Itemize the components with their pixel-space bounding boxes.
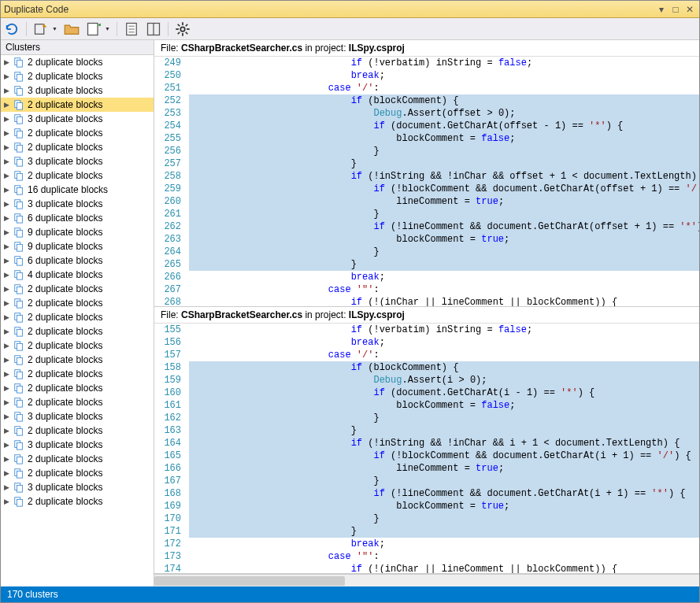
code-line[interactable]: 159 Debug.Assert(i > 0); [154, 374, 699, 387]
expand-icon[interactable]: ▶ [4, 285, 12, 293]
close-icon[interactable]: ✕ [683, 4, 696, 15]
code-line[interactable]: 259 if (!blockComment && document.GetCha… [154, 183, 699, 195]
cluster-item[interactable]: ▶2 duplicate blocks [1, 367, 154, 381]
maximize-icon[interactable]: □ [669, 4, 682, 15]
cluster-item[interactable]: ▶16 duplicate blocks [1, 183, 154, 197]
code-line[interactable]: 254 if (document.GetCharAt(offset - 1) =… [154, 120, 699, 132]
expand-icon[interactable]: ▶ [4, 242, 12, 250]
expand-icon[interactable]: ▶ [4, 299, 12, 307]
expand-icon[interactable]: ▶ [4, 87, 12, 94]
expand-icon[interactable]: ▶ [4, 257, 12, 265]
code-line[interactable]: 155 if (!verbatim) inString = false; [154, 324, 699, 336]
code-body-bottom[interactable]: 155 if (!verbatim) inString = false;156 … [154, 324, 699, 573]
cluster-item[interactable]: ▶2 duplicate blocks [1, 296, 154, 310]
code-line[interactable]: 167 } [154, 475, 699, 487]
cluster-item[interactable]: ▶6 duplicate blocks [1, 211, 154, 225]
expand-icon[interactable]: ▶ [4, 427, 12, 435]
expand-icon[interactable]: ▶ [4, 101, 12, 109]
expand-icon[interactable]: ▶ [4, 313, 12, 321]
expand-icon[interactable]: ▶ [4, 72, 12, 80]
expand-icon[interactable]: ▶ [4, 342, 12, 350]
code-line[interactable]: 263 blockComment = true; [154, 233, 699, 246]
code-line[interactable]: 170 } [154, 512, 699, 525]
cluster-item[interactable]: ▶2 duplicate blocks [1, 381, 154, 395]
code-line[interactable]: 162 } [154, 412, 699, 424]
cluster-item[interactable]: ▶3 duplicate blocks [1, 83, 154, 98]
code-line[interactable]: 157 case '/': [154, 349, 699, 361]
expand-icon[interactable]: ▶ [4, 327, 12, 335]
code-line[interactable]: 161 blockComment = false; [154, 399, 699, 412]
cluster-item[interactable]: ▶2 duplicate blocks [1, 126, 154, 140]
expand-icon[interactable]: ▶ [4, 214, 12, 222]
code-line[interactable]: 173 case '"': [154, 550, 699, 563]
cluster-item[interactable]: ▶3 duplicate blocks [1, 438, 154, 452]
code-line[interactable]: 169 blockComment = true; [154, 500, 699, 512]
expand-icon[interactable]: ▶ [4, 172, 12, 179]
cluster-item[interactable]: ▶2 duplicate blocks [1, 69, 154, 83]
code-line[interactable]: 264 } [154, 246, 699, 258]
expand-icon[interactable]: ▶ [4, 412, 12, 420]
code-line[interactable]: 250 break; [154, 69, 699, 82]
code-line[interactable]: 158 if (blockComment) { [154, 361, 699, 374]
code-line[interactable]: 252 if (blockComment) { [154, 94, 699, 107]
dropdown-icon[interactable]: ▾ [655, 4, 668, 15]
cluster-item[interactable]: ▶2 duplicate blocks [1, 424, 154, 438]
horizontal-scrollbar[interactable] [154, 574, 699, 586]
code-line[interactable]: 156 break; [154, 336, 699, 349]
cluster-item[interactable]: ▶2 duplicate blocks [1, 140, 154, 154]
code-line[interactable]: 265 } [154, 258, 699, 271]
code-line[interactable]: 260 lineComment = true; [154, 195, 699, 208]
cluster-item[interactable]: ▶3 duplicate blocks [1, 409, 154, 424]
chevron-down-icon[interactable]: ▼ [52, 26, 57, 31]
expand-icon[interactable]: ▶ [4, 384, 12, 392]
expand-icon[interactable]: ▶ [4, 271, 12, 279]
export-button[interactable] [33, 21, 49, 37]
code-line[interactable]: 257 } [154, 157, 699, 170]
code-line[interactable]: 251 case '/': [154, 82, 699, 94]
cluster-item[interactable]: ▶2 duplicate blocks [1, 395, 154, 409]
code-line[interactable]: 267 case '"': [154, 283, 699, 296]
code-line[interactable]: 253 Debug.Assert(offset > 0); [154, 107, 699, 120]
expand-icon[interactable]: ▶ [4, 157, 12, 165]
cluster-item[interactable]: ▶2 duplicate blocks [1, 282, 154, 296]
code-body-top[interactable]: 249 if (!verbatim) inString = false;250 … [154, 57, 699, 306]
cluster-item[interactable]: ▶3 duplicate blocks [1, 197, 154, 211]
expand-icon[interactable]: ▶ [4, 143, 12, 151]
code-line[interactable]: 258 if (!inString && !inChar && offset +… [154, 170, 699, 183]
cluster-item[interactable]: ▶2 duplicate blocks [1, 494, 154, 509]
code-line[interactable]: 261 } [154, 208, 699, 220]
expand-icon[interactable]: ▶ [4, 115, 12, 123]
cluster-item[interactable]: ▶3 duplicate blocks [1, 112, 154, 126]
chevron-down-icon[interactable]: ▼ [105, 26, 110, 31]
cluster-item[interactable]: ▶4 duplicate blocks [1, 268, 154, 282]
code-line[interactable]: 163 } [154, 424, 699, 437]
cluster-item[interactable]: ▶2 duplicate blocks [1, 338, 154, 353]
cluster-item[interactable]: ▶2 duplicate blocks [1, 466, 154, 480]
code-line[interactable]: 255 blockComment = false; [154, 132, 699, 145]
open-folder-button[interactable] [64, 21, 80, 37]
cluster-list[interactable]: ▶2 duplicate blocks▶2 duplicate blocks▶3… [1, 55, 154, 586]
split-view-button[interactable] [146, 21, 161, 37]
expand-icon[interactable]: ▶ [4, 186, 12, 194]
cluster-item[interactable]: ▶3 duplicate blocks [1, 480, 154, 494]
expand-icon[interactable]: ▶ [4, 441, 12, 449]
code-line[interactable]: 256 } [154, 145, 699, 157]
expand-icon[interactable]: ▶ [4, 370, 12, 378]
cluster-item[interactable]: ▶9 duplicate blocks [1, 225, 154, 239]
cluster-item[interactable]: ▶2 duplicate blocks [1, 324, 154, 338]
expand-icon[interactable]: ▶ [4, 483, 12, 491]
expand-icon[interactable]: ▶ [4, 455, 12, 463]
expand-icon[interactable]: ▶ [4, 498, 12, 505]
code-line[interactable]: 174 if (!(inChar || lineComment || block… [154, 563, 699, 573]
expand-icon[interactable]: ▶ [4, 356, 12, 364]
code-line[interactable]: 262 if (!lineComment && document.GetChar… [154, 220, 699, 233]
cluster-item[interactable]: ▶2 duplicate blocks [1, 98, 154, 112]
expand-icon[interactable]: ▶ [4, 200, 12, 208]
cluster-item[interactable]: ▶3 duplicate blocks [1, 154, 154, 168]
code-line[interactable]: 268 if (!(inChar || lineComment || block… [154, 296, 699, 306]
code-line[interactable]: 172 break; [154, 538, 699, 550]
cluster-item[interactable]: ▶2 duplicate blocks [1, 310, 154, 324]
document-button[interactable] [124, 21, 139, 37]
code-line[interactable]: 266 break; [154, 271, 699, 283]
settings-button[interactable] [175, 21, 191, 37]
